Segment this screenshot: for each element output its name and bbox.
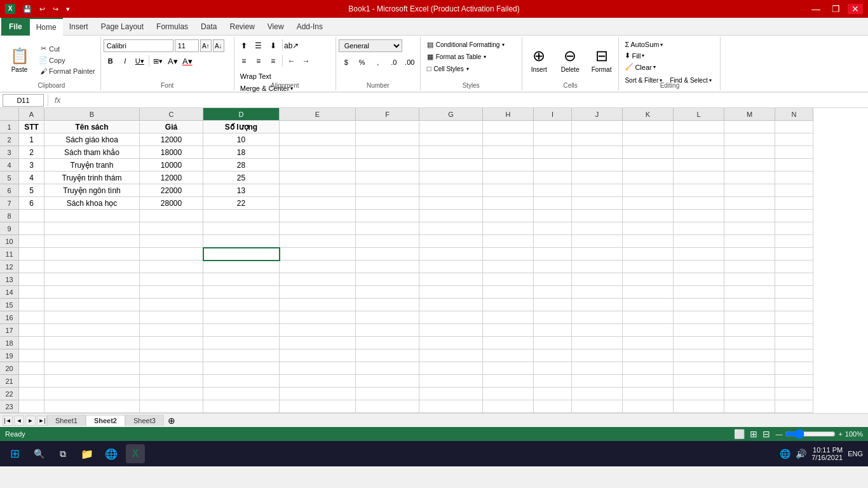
cell-i6[interactable] — [534, 184, 572, 197]
cell-a16[interactable] — [19, 311, 44, 324]
cell-f18[interactable] — [356, 337, 419, 349]
cell-l14[interactable] — [674, 286, 724, 299]
cell-j22[interactable] — [572, 388, 623, 400]
cell-d9[interactable] — [203, 222, 280, 235]
format-as-table-btn[interactable]: ▦ Format as Table ▾ — [423, 51, 491, 62]
cell-k23[interactable] — [623, 400, 674, 413]
cell-d21[interactable] — [203, 375, 280, 388]
cell-f14[interactable] — [356, 286, 419, 299]
cell-b10[interactable] — [44, 235, 140, 248]
number-format-select[interactable]: General — [339, 39, 402, 52]
align-top-btn[interactable]: ⬆ — [237, 39, 251, 52]
cell-e2[interactable] — [280, 133, 356, 146]
cell-c12[interactable] — [140, 261, 203, 273]
cell-c11[interactable] — [140, 248, 203, 261]
cell-k14[interactable] — [623, 286, 674, 299]
cell-d16[interactable] — [203, 311, 280, 324]
cell-f21[interactable] — [356, 375, 419, 388]
redo-btn[interactable]: ↪ — [50, 4, 61, 15]
cell-e7[interactable] — [280, 197, 356, 210]
cell-n11[interactable] — [775, 248, 813, 261]
cell-h17[interactable] — [483, 324, 534, 337]
cell-j21[interactable] — [572, 375, 623, 388]
row-num-15[interactable]: 15 — [0, 299, 19, 311]
cell-f22[interactable] — [356, 388, 419, 400]
cell-j23[interactable] — [572, 400, 623, 413]
cell-g15[interactable] — [419, 299, 483, 311]
align-right-btn[interactable]: ≡ — [266, 55, 280, 67]
cell-c2[interactable]: 12000 — [140, 133, 203, 146]
cell-b2[interactable]: Sách giáo khoa — [44, 133, 140, 146]
cell-k8[interactable] — [623, 210, 674, 222]
cell-g3[interactable] — [419, 146, 483, 159]
view-page-layout-icon[interactable]: ⊞ — [750, 429, 757, 439]
cell-c13[interactable] — [140, 273, 203, 286]
cell-c10[interactable] — [140, 235, 203, 248]
cell-b21[interactable] — [44, 375, 140, 388]
italic-button[interactable]: I — [118, 55, 132, 67]
cell-j4[interactable] — [572, 159, 623, 172]
decrease-indent-btn[interactable]: ← — [285, 55, 299, 67]
row-num-13[interactable]: 13 — [0, 273, 19, 286]
cell-k9[interactable] — [623, 222, 674, 235]
sheet-tab-1[interactable]: Sheet1 — [47, 415, 86, 426]
cell-a15[interactable] — [19, 299, 44, 311]
underline-button[interactable]: U▾ — [133, 55, 147, 67]
cell-n2[interactable] — [775, 133, 813, 146]
cell-j11[interactable] — [572, 248, 623, 261]
cell-l19[interactable] — [674, 349, 724, 362]
cell-i15[interactable] — [534, 299, 572, 311]
cell-d8[interactable] — [203, 210, 280, 222]
view-normal-icon[interactable]: ⬜ — [734, 429, 745, 439]
cell-m4[interactable] — [724, 159, 775, 172]
restore-btn[interactable]: ❐ — [828, 4, 844, 14]
cell-i10[interactable] — [534, 235, 572, 248]
cell-e18[interactable] — [280, 337, 356, 349]
cell-l12[interactable] — [674, 261, 724, 273]
cell-b12[interactable] — [44, 261, 140, 273]
col-header-d[interactable]: D — [203, 108, 280, 121]
cell-b14[interactable] — [44, 286, 140, 299]
cell-e21[interactable] — [280, 375, 356, 388]
cell-k4[interactable] — [623, 159, 674, 172]
cell-d6[interactable]: 13 — [203, 184, 280, 197]
cell-f17[interactable] — [356, 324, 419, 337]
task-view-btn[interactable]: ⧉ — [53, 444, 72, 463]
cell-i20[interactable] — [534, 362, 572, 375]
cell-i3[interactable] — [534, 146, 572, 159]
cell-d23[interactable] — [203, 400, 280, 413]
cell-j5[interactable] — [572, 172, 623, 184]
cell-d19[interactable] — [203, 349, 280, 362]
cell-m13[interactable] — [724, 273, 775, 286]
file-explorer-btn[interactable]: 📁 — [78, 444, 97, 463]
cell-b22[interactable] — [44, 388, 140, 400]
format-button[interactable]: ⊟ Format — [587, 44, 616, 76]
cell-g6[interactable] — [419, 184, 483, 197]
cell-l13[interactable] — [674, 273, 724, 286]
cell-f19[interactable] — [356, 349, 419, 362]
cell-b23[interactable] — [44, 400, 140, 413]
cell-n4[interactable] — [775, 159, 813, 172]
row-num-21[interactable]: 21 — [0, 375, 19, 388]
cell-g22[interactable] — [419, 388, 483, 400]
cell-k19[interactable] — [623, 349, 674, 362]
row-num-7[interactable]: 7 — [0, 197, 19, 210]
cell-g8[interactable] — [419, 210, 483, 222]
cell-f8[interactable] — [356, 210, 419, 222]
cell-a9[interactable] — [19, 222, 44, 235]
cell-n23[interactable] — [775, 400, 813, 413]
cell-n10[interactable] — [775, 235, 813, 248]
cell-h10[interactable] — [483, 235, 534, 248]
cell-m23[interactable] — [724, 400, 775, 413]
cell-h7[interactable] — [483, 197, 534, 210]
cell-l3[interactable] — [674, 146, 724, 159]
cell-g19[interactable] — [419, 349, 483, 362]
cell-i19[interactable] — [534, 349, 572, 362]
cell-i9[interactable] — [534, 222, 572, 235]
cell-g12[interactable] — [419, 261, 483, 273]
cell-e16[interactable] — [280, 311, 356, 324]
col-header-h[interactable]: H — [483, 108, 534, 121]
cell-n15[interactable] — [775, 299, 813, 311]
border-button[interactable]: ⊞▾ — [151, 55, 165, 67]
align-center-btn[interactable]: ≡ — [252, 55, 266, 67]
